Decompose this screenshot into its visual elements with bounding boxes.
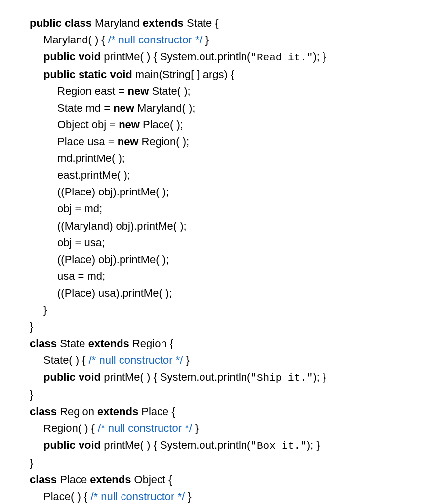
text: ); } <box>313 50 326 63</box>
code-line: ((Place) usa).printMe( ); <box>30 285 416 302</box>
keyword: new <box>119 118 140 131</box>
code-line: east.printMe( ); <box>30 167 416 184</box>
code-line: ((Maryland) obj).printMe( ); <box>30 218 416 234</box>
code-line: Place usa = new Region( ); <box>30 133 416 150</box>
code-line: class State extends Region { <box>30 335 416 352</box>
text: Place usa = <box>57 135 118 148</box>
code-line: public void printMe( ) { System.out.prin… <box>30 369 416 387</box>
text: Region( ); <box>138 135 189 148</box>
text: } <box>43 304 47 316</box>
code-line: State( ) { /* null constructor */ } <box>30 352 416 369</box>
code-line: public void printMe( ) { System.out.prin… <box>30 437 416 455</box>
code-line: } <box>30 455 416 471</box>
code-line: Region( ) { /* null constructor */ } <box>30 420 416 437</box>
keyword: class <box>30 337 57 349</box>
code-line: Object obj = new Place( ); <box>30 116 416 133</box>
code-line: } <box>30 302 416 318</box>
comment: /* null constructor */ <box>98 422 192 434</box>
text: ); } <box>307 439 320 451</box>
code-line: ((Place) obj).printMe( ); <box>30 184 416 200</box>
code-line: usa = md; <box>30 268 416 285</box>
text: } <box>203 34 209 46</box>
string-literal: "Box it." <box>250 440 306 452</box>
text: Region( ) { <box>43 422 98 434</box>
code-line: Place( ) { /* null constructor */ } <box>30 488 416 504</box>
text: md.printMe( ); <box>57 152 125 164</box>
text: obj = usa; <box>57 236 105 249</box>
text: ); } <box>313 371 326 383</box>
text: usa = md; <box>57 270 105 282</box>
text: State md = <box>57 102 113 114</box>
text: Object obj = <box>57 118 119 131</box>
text: ((Place) obj).printMe( ); <box>57 186 169 198</box>
text: } <box>183 354 189 366</box>
text: } <box>185 490 191 503</box>
text: State <box>57 337 88 349</box>
keyword: class <box>30 405 57 418</box>
text: east.printMe( ); <box>57 169 130 181</box>
text: Object { <box>131 473 172 486</box>
text: Place( ) { <box>43 490 90 503</box>
code-block: public class Maryland extends State { Ma… <box>30 15 416 504</box>
text: printMe( ) { System.out.println( <box>101 50 250 63</box>
keyword: extends <box>143 17 184 29</box>
text: Place <box>57 473 90 486</box>
code-line: class Region extends Place { <box>30 403 416 420</box>
text: State { <box>184 17 219 29</box>
code-line: } <box>30 318 416 335</box>
text: Maryland( ); <box>134 102 195 114</box>
text: ((Maryland) obj).printMe( ); <box>57 220 187 232</box>
keyword: new <box>127 85 149 97</box>
code-line: public static void main(String[ ] args) … <box>30 66 416 83</box>
string-literal: "Ship it." <box>250 372 313 384</box>
text: main(String[ ] args) { <box>132 68 235 80</box>
keyword: public class <box>30 17 92 29</box>
code-line: class Place extends Object { <box>30 471 416 488</box>
code-line: obj = md; <box>30 200 416 217</box>
text: ((Place) obj).printMe( ); <box>57 253 169 266</box>
keyword: public void <box>43 439 101 451</box>
comment: /* null constructor */ <box>108 34 203 46</box>
keyword: new <box>118 135 139 148</box>
text: Place { <box>138 405 175 418</box>
keyword: new <box>113 102 134 114</box>
comment: /* null constructor */ <box>89 354 183 366</box>
text: } <box>30 388 33 401</box>
keyword: extends <box>90 473 131 486</box>
string-literal: "Read it." <box>250 52 313 63</box>
keyword: public void <box>43 50 101 63</box>
text: State( ) { <box>43 354 89 366</box>
code-line: public void printMe( ) { System.out.prin… <box>30 48 416 66</box>
keyword: extends <box>88 337 129 349</box>
text: ((Place) usa).printMe( ); <box>57 287 172 299</box>
keyword: public static void <box>43 68 132 80</box>
text: } <box>30 320 33 333</box>
comment: /* null constructor */ <box>90 490 185 503</box>
text: printMe( ) { System.out.println( <box>101 371 250 383</box>
code-line: ((Place) obj).printMe( ); <box>30 251 416 268</box>
code-line: md.printMe( ); <box>30 150 416 167</box>
text: Maryland <box>92 17 143 29</box>
text: State( ); <box>149 85 190 97</box>
text: obj = md; <box>57 202 102 215</box>
text: Maryland( ) { <box>43 34 108 46</box>
text: Place( ); <box>140 118 183 131</box>
code-line: State md = new Maryland( ); <box>30 100 416 116</box>
code-line: } <box>30 387 416 403</box>
text: Region <box>57 405 97 418</box>
code-line: Maryland( ) { /* null constructor */ } <box>30 32 416 48</box>
keyword: extends <box>97 405 138 418</box>
text: Region east = <box>57 85 127 97</box>
keyword: public void <box>43 371 101 383</box>
code-line: Region east = new State( ); <box>30 83 416 100</box>
text: Region { <box>129 337 173 349</box>
code-line: public class Maryland extends State { <box>30 15 416 32</box>
keyword: class <box>30 473 57 486</box>
text: printMe( ) { System.out.println( <box>101 439 250 451</box>
text: } <box>30 457 33 469</box>
text: } <box>192 422 199 434</box>
code-line: obj = usa; <box>30 234 416 251</box>
